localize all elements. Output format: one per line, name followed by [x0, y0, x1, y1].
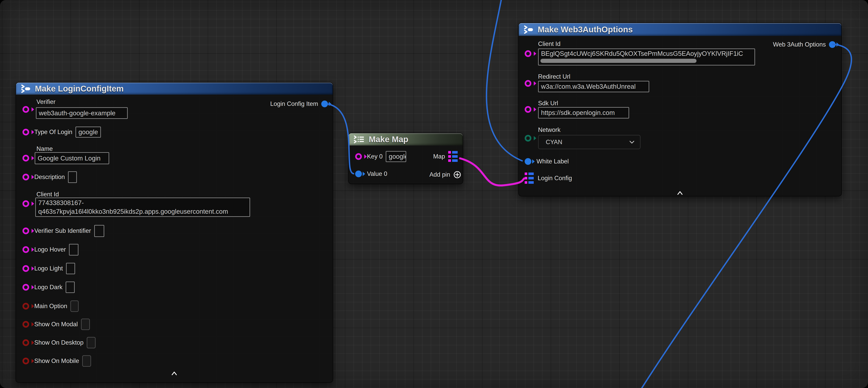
redirect-url-text-field[interactable]: w3a://com.w3a.Web3AuthUnreal	[538, 81, 649, 92]
pin-label-client-id: Client Id	[538, 40, 561, 48]
show-on-desktop-checkbox[interactable]	[87, 337, 96, 348]
make-struct-icon	[21, 84, 31, 93]
input-pin-show-on-modal[interactable]	[23, 321, 29, 328]
input-pin-name[interactable]	[23, 155, 29, 161]
network-dropdown-value: CYAN	[546, 139, 562, 146]
pin-label-login-config: Login Config	[538, 175, 572, 182]
output-pin-map[interactable]	[448, 151, 458, 162]
pin-label-name: Name	[36, 145, 53, 152]
pin-label-client-id: Client Id	[36, 191, 59, 198]
logo-dark-text-field[interactable]	[66, 281, 75, 293]
pin-label-main-option: Main Option	[34, 303, 67, 310]
chevron-up-icon	[171, 371, 177, 376]
pin-label-show-on-modal: Show On Modal	[34, 321, 78, 328]
pin-label-redirect-url: Redirect Url	[538, 73, 570, 80]
add-pin-icon[interactable]	[453, 171, 461, 179]
key-0-text-field[interactable]: google	[386, 151, 406, 162]
pin-label-logo-light: Logo Light	[34, 265, 63, 272]
pin-label-show-on-desktop: Show On Desktop	[34, 339, 84, 346]
node-title: Make LoginConfigItem	[35, 84, 124, 93]
pin-label-login-config-item: Login Config Item	[270, 100, 318, 108]
input-pin-client-id[interactable]	[525, 50, 531, 57]
input-pin-client-id[interactable]	[23, 200, 29, 207]
input-pin-sdk-url[interactable]	[525, 106, 531, 113]
input-pin-redirect-url[interactable]	[525, 80, 531, 87]
pin-label-description: Description	[34, 174, 65, 181]
input-pin-main-option[interactable]	[23, 303, 29, 309]
input-pin-show-on-desktop[interactable]	[23, 339, 29, 346]
input-pin-logo-light[interactable]	[23, 265, 29, 272]
blueprint-editor: Make LoginConfigItem Login Config Item V…	[0, 0, 868, 388]
input-pin-verifier[interactable]	[23, 106, 29, 113]
network-dropdown[interactable]: CYAN	[538, 135, 641, 149]
node-make-web3auth-options[interactable]: Make Web3AuthOptions Web 3Auth Options C…	[518, 23, 842, 197]
node-title: Make Map	[369, 135, 408, 144]
name-text-field[interactable]: Google Custom Login	[35, 152, 109, 164]
client-id-horizontal-scrollbar[interactable]	[540, 59, 696, 63]
output-pin-login-config-item[interactable]	[321, 100, 328, 107]
add-pin-label: Add pin	[430, 171, 450, 178]
verifier-sub-identifier-text-field[interactable]	[94, 225, 104, 237]
verifier-text-field[interactable]: web3auth-google-example	[36, 107, 128, 119]
make-struct-icon	[524, 25, 534, 34]
show-on-modal-checkbox[interactable]	[81, 319, 90, 330]
input-pin-logo-hover[interactable]	[23, 246, 29, 253]
pin-label-web3auth-options: Web 3Auth Options	[773, 41, 826, 48]
pin-label-network: Network	[538, 126, 561, 133]
sdk-url-text-field[interactable]: https://sdk.openlogin.com	[538, 107, 629, 118]
chevron-up-icon	[677, 190, 683, 196]
input-pin-type-of-login[interactable]	[23, 129, 29, 136]
main-option-checkbox[interactable]	[70, 300, 79, 312]
pin-label-type-of-login: Type Of Login	[34, 128, 72, 136]
pin-label-value-0: Value 0	[367, 170, 387, 177]
input-pin-verifier-sub-identifier[interactable]	[23, 228, 29, 234]
pin-label-white-label: White Label	[536, 158, 569, 165]
pin-label-map: Map	[433, 153, 445, 160]
node-header[interactable]: Make Web3AuthOptions	[519, 23, 841, 36]
type-of-login-text-field[interactable]: google	[75, 126, 101, 138]
input-pin-login-config[interactable]	[525, 173, 534, 184]
pin-label-show-on-mobile: Show On Mobile	[34, 357, 79, 364]
client-id-text-field[interactable]: 774338308167-q463s7kpvja16l4l0kko3nb925i…	[35, 198, 250, 217]
show-on-mobile-checkbox[interactable]	[82, 355, 91, 367]
node-header[interactable]: Make LoginConfigItem	[16, 83, 333, 95]
collapse-node-button[interactable]	[170, 370, 179, 377]
input-pin-network[interactable]	[525, 135, 531, 142]
input-pin-key-0[interactable]	[355, 153, 362, 160]
input-pin-value-0[interactable]	[355, 171, 362, 177]
graph-canvas[interactable]: Make LoginConfigItem Login Config Item V…	[0, 0, 868, 388]
pin-label-verifier: Verifier	[36, 98, 55, 106]
wire-offscreen-to-white-label[interactable]	[487, 0, 523, 161]
description-text-field[interactable]	[68, 171, 77, 183]
input-pin-show-on-mobile[interactable]	[23, 358, 29, 364]
input-pin-description[interactable]	[23, 174, 29, 180]
node-title: Make Web3AuthOptions	[538, 25, 633, 34]
pin-label-logo-dark: Logo Dark	[34, 284, 62, 291]
input-pin-white-label[interactable]	[525, 158, 531, 165]
pin-label-key-0: Key 0	[367, 153, 382, 160]
pin-label-verifier-sub-identifier: Verifier Sub Identifier	[34, 227, 91, 234]
logo-light-text-field[interactable]	[66, 263, 75, 274]
pin-label-sdk-url: Sdk Url	[538, 100, 558, 107]
collapse-node-button[interactable]	[676, 190, 684, 197]
node-make-login-config-item[interactable]: Make LoginConfigItem Login Config Item V…	[16, 82, 333, 383]
chevron-down-icon	[629, 140, 635, 144]
client-id-text-field[interactable]: BEglQSgt4cUWcj6SKRdu5QkOXTsePmMcusG5EAoy…	[538, 49, 755, 65]
logo-hover-text-field[interactable]	[69, 244, 79, 256]
pin-label-logo-hover: Logo Hover	[34, 246, 66, 253]
node-header[interactable]: Make Map	[349, 133, 463, 146]
input-pin-logo-dark[interactable]	[23, 284, 29, 291]
wire-map-to-login-config[interactable]	[459, 158, 525, 185]
node-make-map[interactable]: Make Map Key 0 google Map Value 0 Add pi…	[348, 133, 463, 184]
make-map-icon	[353, 135, 365, 144]
